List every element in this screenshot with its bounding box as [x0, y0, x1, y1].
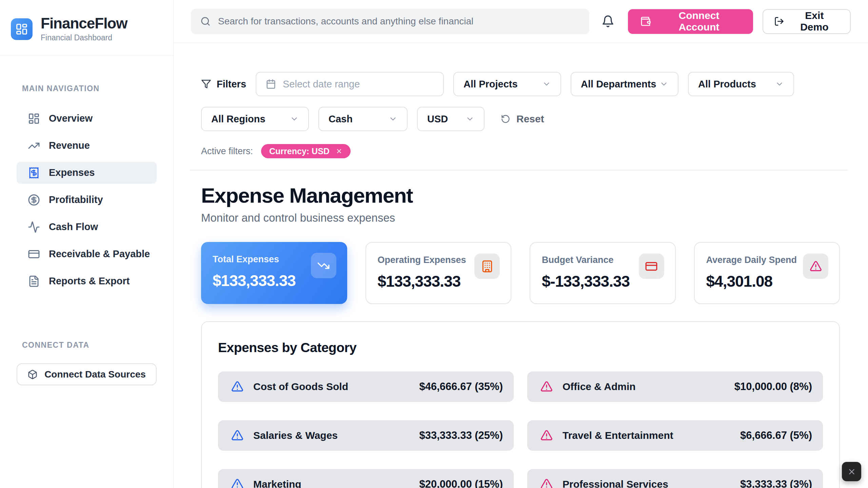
stat-card-operating-expenses[interactable]: Operating Expenses $133,333.33	[366, 242, 512, 304]
category-amount: $33,333.33 (25%)	[419, 429, 503, 442]
sidebar-item-label: Cash Flow	[49, 221, 98, 232]
trending-down-icon	[311, 253, 336, 278]
departments-dropdown[interactable]: All Departments	[571, 72, 678, 96]
category-name: Cost of Goods Sold	[253, 381, 348, 392]
currency-dropdown[interactable]: USD	[417, 107, 485, 131]
filters-row-2: All Regions Cash USD Reset	[201, 107, 840, 131]
chevron-down-icon	[542, 80, 551, 88]
alert-triangle-icon	[540, 380, 553, 393]
stat-cards: Total Expenses $133,333.33 Operating Exp…	[201, 242, 840, 304]
dollar-circle-icon	[28, 194, 40, 206]
category-amount: $46,666.67 (35%)	[419, 381, 503, 393]
products-dropdown[interactable]: All Products	[688, 72, 794, 96]
category-name: Salaries & Wages	[253, 430, 338, 441]
currency-dropdown-value: USD	[427, 114, 448, 125]
active-filters-label: Active filters:	[201, 146, 253, 157]
category-amount: $3,333.33 (3%)	[740, 478, 812, 488]
credit-card-icon	[639, 253, 664, 279]
category-item-travel-entertainment[interactable]: Travel & Entertainment $6,666.67 (5%)	[527, 420, 823, 451]
close-icon	[847, 467, 856, 476]
dashboard-icon	[28, 113, 40, 125]
sidebar-item-label: Receivable & Payable	[49, 248, 150, 260]
connect-account-button[interactable]: Connect Account	[628, 9, 753, 34]
filters-title: Filters	[201, 79, 246, 90]
bell-icon	[601, 15, 614, 28]
reset-label: Reset	[516, 113, 544, 125]
content-area: Connect Account Exit Demo Filters Select…	[174, 0, 868, 488]
category-amount: $10,000.00 (8%)	[734, 381, 812, 393]
payment-method-value: Cash	[329, 114, 353, 125]
regions-dropdown-value: All Regions	[211, 114, 265, 125]
search-bar	[191, 9, 589, 34]
chevron-down-icon	[659, 80, 668, 88]
main-navigation: Overview Revenue Expenses Profitability …	[0, 107, 173, 297]
category-section-title: Expenses by Category	[218, 340, 823, 355]
credit-card-icon	[28, 248, 40, 260]
calendar-icon	[266, 79, 276, 89]
alert-triangle-icon	[803, 253, 828, 279]
category-name: Office & Admin	[563, 381, 636, 392]
category-name: Marketing	[253, 479, 301, 488]
close-overlay-button[interactable]	[842, 462, 861, 481]
category-list: Cost of Goods Sold $46,666.67 (35%) Offi…	[218, 371, 823, 488]
notifications-button[interactable]	[598, 12, 618, 31]
chevron-down-icon	[775, 80, 784, 88]
wallet-icon	[640, 16, 651, 27]
sidebar-item-label: Overview	[49, 113, 93, 124]
connect-account-label: Connect Account	[657, 10, 741, 33]
sidebar-item-receivable-payable[interactable]: Receivable & Payable	[17, 243, 157, 265]
alert-triangle-icon	[231, 429, 244, 442]
connect-button-label: Connect Data Sources	[44, 369, 146, 380]
app-window: FinanceFlow Financial Dashboard MAIN NAV…	[0, 0, 868, 488]
date-range-picker[interactable]: Select date range	[256, 72, 444, 96]
receipt-icon	[28, 167, 40, 179]
stat-card-average-daily-spend[interactable]: Average Daily Spend $4,301.08	[694, 242, 840, 304]
active-filter-chip-currency[interactable]: Currency: USD	[261, 144, 351, 158]
filters-label: Filters	[217, 79, 246, 90]
stat-card-budget-variance[interactable]: Budget Variance $-133,333.33	[530, 242, 676, 304]
connect-data-sources-button[interactable]: Connect Data Sources	[17, 363, 157, 385]
sidebar-item-label: Expenses	[49, 167, 95, 178]
sidebar-item-expenses[interactable]: Expenses	[17, 162, 157, 184]
search-input[interactable]	[218, 16, 580, 27]
category-amount: $20,000.00 (15%)	[419, 478, 503, 488]
brand-tagline: Financial Dashboard	[41, 33, 127, 42]
brand-text: FinanceFlow Financial Dashboard	[41, 16, 127, 42]
sidebar-item-cash-flow[interactable]: Cash Flow	[17, 216, 157, 238]
cube-icon	[27, 369, 38, 380]
category-item-marketing[interactable]: Marketing $20,000.00 (15%)	[218, 469, 514, 488]
alert-triangle-icon	[231, 380, 244, 393]
projects-dropdown-value: All Projects	[463, 79, 518, 90]
main-panel: Filters Select date range All Projects A…	[174, 43, 868, 488]
payment-method-dropdown[interactable]: Cash	[318, 107, 408, 131]
app-logo-icon	[11, 18, 33, 40]
filter-funnel-icon	[201, 79, 211, 89]
alert-triangle-icon	[540, 478, 553, 488]
page-title: Expense Management	[201, 183, 840, 207]
chip-label: Currency: USD	[269, 146, 330, 156]
close-icon[interactable]	[336, 148, 342, 155]
category-amount: $6,666.67 (5%)	[740, 429, 812, 442]
sidebar-item-profitability[interactable]: Profitability	[17, 189, 157, 211]
page-subtitle: Monitor and control business expenses	[201, 211, 840, 224]
category-item-professional-services[interactable]: Professional Services $3,333.33 (3%)	[527, 469, 823, 488]
regions-dropdown[interactable]: All Regions	[201, 107, 309, 131]
sidebar-item-reports-export[interactable]: Reports & Export	[17, 270, 157, 292]
category-item-cost-of-goods-sold[interactable]: Cost of Goods Sold $46,666.67 (35%)	[218, 371, 514, 402]
sidebar-item-label: Reports & Export	[49, 276, 130, 287]
sidebar-item-overview[interactable]: Overview	[17, 107, 157, 129]
top-bar: Connect Account Exit Demo	[174, 0, 868, 43]
exit-demo-label: Exit Demo	[790, 10, 839, 33]
log-out-icon	[774, 16, 784, 26]
departments-dropdown-value: All Departments	[581, 79, 656, 90]
category-item-salaries-wages[interactable]: Salaries & Wages $33,333.33 (25%)	[218, 420, 514, 451]
sidebar-item-revenue[interactable]: Revenue	[17, 135, 157, 157]
category-item-office-admin[interactable]: Office & Admin $10,000.00 (8%)	[527, 371, 823, 402]
reset-filters-button[interactable]: Reset	[501, 113, 544, 125]
projects-dropdown[interactable]: All Projects	[453, 72, 561, 96]
building-icon	[474, 253, 500, 279]
products-dropdown-value: All Products	[698, 79, 756, 90]
brand-name: FinanceFlow	[41, 16, 127, 31]
stat-card-total-expenses[interactable]: Total Expenses $133,333.33	[201, 242, 347, 304]
exit-demo-button[interactable]: Exit Demo	[763, 9, 851, 34]
